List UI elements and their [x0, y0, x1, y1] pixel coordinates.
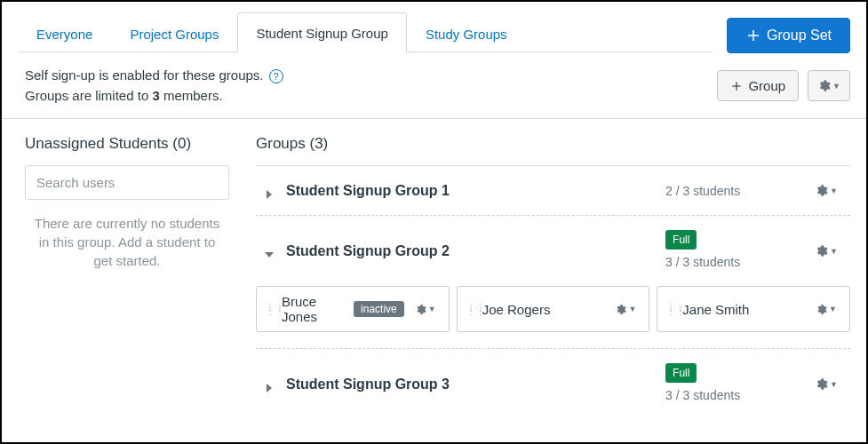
subheader-actions: Group ▼	[717, 70, 850, 101]
group-row: Student Signup Group 1 2 / 3 students ▼	[256, 166, 850, 216]
drag-handle-icon[interactable]: ⋮⋮⋮⋮	[666, 305, 675, 313]
chevron-right-icon	[265, 190, 274, 199]
expand-toggle[interactable]	[265, 186, 274, 195]
signup-note: Self sign-up is enabled for these groups…	[25, 67, 264, 83]
gear-icon	[415, 304, 426, 315]
member-name: Jane Smith	[682, 302, 805, 317]
tab-everyone[interactable]: Everyone	[18, 13, 111, 52]
group-name[interactable]: Student Signup Group 2	[286, 243, 653, 259]
caret-down-icon: ▼	[830, 247, 838, 256]
unassigned-empty-message: There are currently no students in this …	[25, 200, 229, 270]
help-icon[interactable]: ?	[269, 69, 283, 83]
subheader: Self sign-up is enabled for these groups…	[2, 53, 866, 119]
group-status: Full 3 / 3 students	[665, 230, 799, 272]
member-card[interactable]: ⋮⋮⋮⋮ Jane Smith ▼	[657, 286, 850, 332]
add-group-set-label: Group Set	[767, 28, 832, 44]
drag-handle-icon[interactable]: ⋮⋮⋮⋮	[266, 305, 275, 313]
gear-icon	[815, 244, 828, 258]
chevron-right-icon	[265, 384, 274, 392]
caret-down-icon: ▼	[829, 305, 837, 313]
caret-down-icon: ▼	[832, 82, 840, 91]
member-settings-button[interactable]: ▼	[812, 300, 840, 319]
tab-student-signup-group[interactable]: Student Signup Group	[237, 12, 406, 52]
add-group-label: Group	[748, 78, 785, 93]
group-settings-button[interactable]: ▼	[811, 241, 841, 261]
content-area: Unassigned Students (0) There are curren…	[2, 119, 866, 419]
group-settings-button[interactable]: ▼	[811, 180, 841, 201]
svg-marker-5	[265, 252, 274, 258]
subheader-text: Self sign-up is enabled for these groups…	[25, 66, 283, 106]
caret-down-icon: ▼	[628, 305, 636, 313]
group-student-count: 3 / 3 students	[665, 388, 740, 402]
collapse-toggle[interactable]	[265, 247, 274, 256]
search-users-input[interactable]	[25, 165, 229, 200]
add-group-button[interactable]: Group	[717, 70, 799, 101]
inactive-badge: inactive	[354, 301, 404, 317]
group-student-count: 3 / 3 students	[665, 255, 740, 269]
svg-marker-6	[267, 384, 272, 392]
tab-project-groups[interactable]: Project Groups	[111, 13, 237, 52]
limit-suffix: members.	[163, 88, 223, 103]
gear-icon	[816, 304, 827, 315]
gear-icon	[615, 304, 626, 315]
gear-icon	[815, 184, 828, 197]
limit-prefix: Groups are limited to	[25, 88, 152, 103]
group-members: ⋮⋮⋮⋮ Bruce Jones inactive ▼ ⋮⋮⋮⋮ Joe Rog…	[256, 286, 850, 349]
drag-handle-icon[interactable]: ⋮⋮⋮⋮	[466, 305, 475, 313]
chevron-down-icon	[265, 250, 274, 259]
unassigned-panel: Unassigned Students (0) There are curren…	[25, 135, 229, 419]
group-row: Student Signup Group 2 Full 3 / 3 studen…	[256, 216, 850, 286]
full-badge: Full	[665, 230, 697, 250]
tab-bar: Everyone Project Groups Student Signup G…	[18, 12, 713, 52]
unassigned-title: Unassigned Students (0)	[25, 135, 229, 153]
member-name: Bruce Jones	[282, 294, 346, 324]
unassigned-count: 0	[178, 135, 186, 152]
group-settings-button[interactable]: ▼	[811, 374, 841, 394]
svg-marker-4	[267, 190, 272, 199]
member-card[interactable]: ⋮⋮⋮⋮ Bruce Jones inactive ▼	[256, 286, 450, 332]
groups-panel: Groups (3) Student Signup Group 1 2 / 3 …	[256, 135, 850, 419]
full-badge: Full	[665, 363, 697, 383]
plus-icon	[745, 28, 761, 44]
groups-title-text: Groups	[256, 135, 306, 152]
gear-icon	[815, 377, 828, 391]
limit-number: 3	[152, 88, 159, 103]
expand-toggle[interactable]	[265, 380, 274, 389]
plus-icon	[730, 80, 743, 92]
group-status: Full 3 / 3 students	[665, 363, 799, 405]
topbar: Everyone Project Groups Student Signup G…	[2, 2, 866, 53]
group-name[interactable]: Student Signup Group 3	[286, 377, 653, 392]
gear-icon	[817, 79, 831, 92]
caret-down-icon: ▼	[428, 305, 436, 313]
group-set-settings-button[interactable]: ▼	[808, 70, 850, 101]
member-card[interactable]: ⋮⋮⋮⋮ Joe Rogers ▼	[457, 286, 650, 332]
member-name: Joe Rogers	[482, 302, 605, 317]
tab-study-groups[interactable]: Study Groups	[407, 13, 526, 52]
caret-down-icon: ▼	[830, 186, 838, 195]
group-name[interactable]: Student Signup Group 1	[286, 183, 653, 199]
unassigned-title-text: Unassigned Students	[25, 135, 169, 152]
add-group-set-button[interactable]: Group Set	[727, 18, 850, 53]
app-frame: Everyone Project Groups Student Signup G…	[0, 0, 868, 444]
groups-title: Groups (3)	[256, 135, 850, 166]
member-settings-button[interactable]: ▼	[411, 300, 440, 319]
caret-down-icon: ▼	[830, 380, 838, 389]
groups-count: 3	[315, 135, 323, 152]
group-row: Student Signup Group 3 Full 3 / 3 studen…	[256, 349, 850, 419]
member-settings-button[interactable]: ▼	[611, 300, 640, 319]
group-student-count: 2 / 3 students	[665, 184, 799, 198]
